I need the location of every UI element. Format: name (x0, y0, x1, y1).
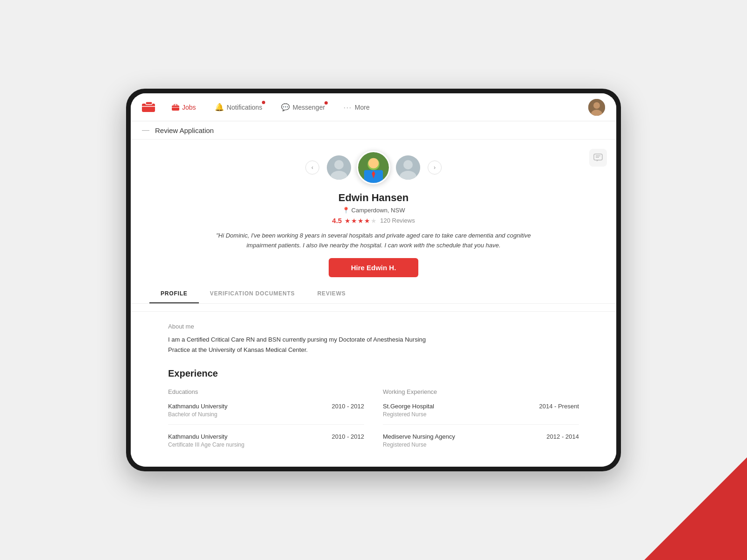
profile-bio: "Hi Dominic, I've been working 8 years i… (210, 231, 537, 251)
stars: ★★★★★ (345, 217, 377, 224)
carousel-avatar-3[interactable] (396, 155, 420, 180)
experience-grid: Educations Kathmandu University 2010 - 2… (168, 388, 579, 463)
main-content: ‹ (131, 140, 616, 467)
back-icon[interactable]: — (142, 126, 149, 134)
tab-verification[interactable]: VERIFICATION DOCUMENTS (199, 285, 306, 303)
tab-profile[interactable]: PROFILE (149, 285, 199, 303)
rating-score: 4.5 (332, 217, 342, 224)
edu-years-2: 2010 - 2012 (332, 433, 364, 440)
messenger-dot (324, 101, 328, 105)
avatar-3-img (396, 155, 420, 180)
edu-years-1: 2010 - 2012 (332, 403, 364, 410)
carousel-prev-btn[interactable]: ‹ (305, 161, 319, 175)
experience-title: Experience (168, 368, 579, 379)
tablet-screen: Jobs 🔔 Notifications 💬 Messenger ··· Mor… (131, 93, 616, 467)
edu-degree-1: Bachelor of Nursing (168, 411, 364, 418)
user-avatar[interactable] (588, 99, 605, 116)
nav-jobs-label: Jobs (182, 104, 196, 111)
work-item-2: Mediserve Nursing Agency 2012 - 2014 Reg… (383, 433, 579, 455)
education-row-2: Kathmandu University 2010 - 2012 (168, 433, 364, 440)
svg-point-13 (334, 160, 344, 169)
bell-icon: 🔔 (215, 103, 224, 112)
work-years-2: 2012 - 2014 (547, 433, 579, 440)
user-avatar-img (588, 99, 605, 116)
tablet-frame: Jobs 🔔 Notifications 💬 Messenger ··· Mor… (126, 89, 621, 471)
work-role-2: Registered Nurse (383, 441, 579, 448)
carousel-avatars (327, 151, 420, 184)
educations-label: Educations (168, 388, 364, 395)
edu-degree-2: Certificate III Age Care nursing (168, 441, 364, 448)
svg-point-23 (403, 160, 413, 169)
work-role-1: Registered Nurse (383, 411, 579, 418)
profile-tabs: PROFILE VERIFICATION DOCUMENTS REVIEWS (131, 285, 616, 304)
educations-column: Educations Kathmandu University 2010 - 2… (168, 388, 364, 463)
profile-location: 📍 Camperdown, NSW (131, 207, 616, 214)
carousel-next-btn[interactable]: › (428, 161, 442, 175)
svg-point-7 (593, 102, 600, 109)
more-icon: ··· (344, 104, 352, 111)
profile-rating: 4.5 ★★★★★ 120 Reviews (131, 217, 616, 224)
review-count: 120 Reviews (380, 217, 415, 224)
nav-jobs[interactable]: Jobs (164, 100, 204, 115)
profile-name: Edwin Hansen (131, 192, 616, 204)
top-nav: Jobs 🔔 Notifications 💬 Messenger ··· Mor… (131, 93, 616, 121)
work-org-1: St.George Hospital (383, 403, 434, 410)
working-label: Working Experience (383, 388, 579, 395)
about-label: About me (168, 323, 579, 330)
float-message-btn[interactable] (589, 149, 607, 167)
nav-notifications[interactable]: 🔔 Notifications (207, 99, 270, 115)
work-years-1: 2014 - Present (539, 403, 579, 410)
svg-point-19 (368, 158, 379, 168)
profile-body: About me I am a Certified Critical Care … (131, 312, 616, 467)
nav-logo (142, 102, 157, 113)
background-decoration (644, 457, 747, 560)
nav-items: Jobs 🔔 Notifications 💬 Messenger ··· Mor… (164, 99, 588, 115)
work-org-2: Mediserve Nursing Agency (383, 433, 455, 440)
nav-more-label: More (355, 104, 370, 111)
briefcase-icon (172, 104, 179, 111)
chat-icon: 💬 (281, 103, 290, 112)
working-column: Working Experience St.George Hospital 20… (383, 388, 579, 463)
carousel-avatar-active[interactable] (357, 151, 390, 184)
nav-messenger[interactable]: 💬 Messenger (274, 99, 332, 115)
logo-icon (142, 102, 157, 113)
profile-location-text: Camperdown, NSW (352, 207, 405, 214)
nav-messenger-label: Messenger (293, 104, 325, 111)
nav-more[interactable]: ··· More (336, 100, 377, 115)
edu-org-1: Kathmandu University (168, 403, 227, 410)
about-text: I am a Certified Critical Care RN and BS… (168, 335, 430, 355)
message-icon (593, 154, 603, 162)
tab-reviews[interactable]: REVIEWS (306, 285, 357, 303)
education-row-1: Kathmandu University 2010 - 2012 (168, 403, 364, 410)
profile-header: ‹ (131, 140, 616, 312)
subheader: — Review Application (131, 121, 616, 140)
svg-rect-4 (174, 104, 177, 106)
page-title: Review Application (155, 126, 214, 134)
work-row-2: Mediserve Nursing Agency 2012 - 2014 (383, 433, 579, 440)
education-item-1: Kathmandu University 2010 - 2012 Bachelo… (168, 403, 364, 425)
education-item-2: Kathmandu University 2010 - 2012 Certifi… (168, 433, 364, 455)
work-row-1: St.George Hospital 2014 - Present (383, 403, 579, 410)
hire-button[interactable]: Hire Edwin H. (329, 258, 419, 277)
work-item-1: St.George Hospital 2014 - Present Regist… (383, 403, 579, 425)
avatar-active-img (358, 151, 389, 184)
carousel-avatar-1[interactable] (327, 155, 351, 180)
notifications-dot (262, 101, 265, 104)
avatar-1-img (327, 155, 351, 180)
svg-rect-1 (146, 102, 152, 105)
edu-org-2: Kathmandu University (168, 433, 227, 440)
location-pin-icon: 📍 (342, 207, 350, 214)
avatar-carousel: ‹ (131, 151, 616, 184)
nav-notifications-label: Notifications (227, 104, 262, 111)
